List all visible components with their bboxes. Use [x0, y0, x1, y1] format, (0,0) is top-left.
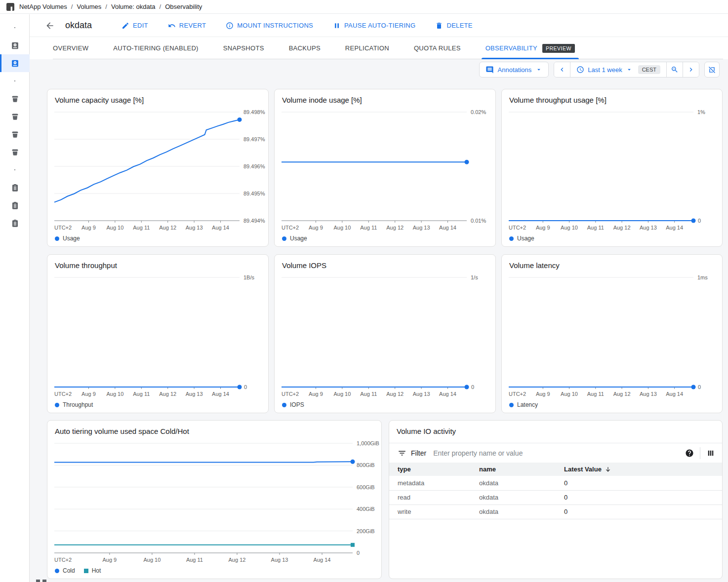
table-cell: okdata [471, 504, 556, 519]
pause-auto-tiering-button[interactable]: PAUSE AUTO-TIERING [333, 22, 415, 30]
svg-text:UTC+2: UTC+2 [54, 557, 72, 563]
svg-text:Aug 9: Aug 9 [536, 391, 550, 397]
breadcrumb-item[interactable]: Volume: okdata [111, 3, 156, 10]
table-cell: write [389, 504, 471, 519]
info-icon [226, 22, 234, 30]
svg-text:Aug 10: Aug 10 [333, 225, 351, 231]
svg-text:800GiB: 800GiB [357, 462, 375, 468]
sidebar-item-policy-3[interactable] [0, 214, 30, 232]
sidebar-item-vault-4[interactable] [0, 143, 30, 161]
chart-legend: Usage [282, 235, 307, 242]
tab-quota-rules[interactable]: QUOTA RULES [414, 37, 461, 59]
delete-icon [435, 22, 443, 30]
clipboard-icon [10, 219, 20, 228]
column-header-type[interactable]: type [389, 463, 471, 476]
chart-plot[interactable]: 1/sAug 9Aug 10Aug 11Aug 12Aug 13Aug 14UT… [275, 255, 495, 413]
tab-auto-tiering[interactable]: AUTO-TIERING (ENABLED) [113, 37, 199, 59]
chart-volume-iops: Volume IOPS 1/sAug 9Aug 10Aug 11Aug 12Au… [274, 254, 496, 413]
revert-button[interactable]: REVERT [168, 22, 206, 30]
action-label: REVERT [179, 22, 206, 29]
tab-overview[interactable]: OVERVIEW [53, 37, 88, 59]
auto-refresh-off-button[interactable] [704, 62, 720, 78]
chart-plot[interactable]: 1B/sAug 9Aug 10Aug 11Aug 12Aug 13Aug 14U… [47, 255, 268, 413]
breadcrumb-item[interactable]: Volumes [77, 3, 101, 10]
time-forward-button[interactable] [683, 62, 699, 77]
svg-text:Aug 14: Aug 14 [666, 225, 683, 231]
svg-text:1B/s: 1B/s [243, 274, 255, 280]
tab-backups[interactable]: BACKUPS [289, 37, 321, 59]
legend-label: Usage [63, 235, 80, 242]
io-filter-actions [685, 447, 715, 459]
column-header-latest-value[interactable]: Latest Value [556, 463, 722, 476]
table-cell: metadata [389, 476, 471, 490]
tab-bar: OVERVIEWAUTO-TIERING (ENABLED)SNAPSHOTSB… [30, 37, 728, 59]
svg-text:Aug 13: Aug 13 [413, 225, 430, 231]
tab-label: AUTO-TIERING (ENABLED) [113, 44, 199, 52]
tab-observability[interactable]: OBSERVABILITYPREVIEW [485, 37, 575, 59]
tab-label: REPLICATION [345, 44, 389, 52]
sidebar-item-policy-1[interactable] [0, 179, 30, 196]
chart-legend: Latency [509, 401, 538, 408]
breadcrumb-item: Observability [165, 3, 202, 10]
chart-volume-capacity-usage: Volume capacity usage [%] 89.498%89.497%… [47, 89, 269, 247]
tab-replication[interactable]: REPLICATION [345, 37, 389, 59]
svg-text:Aug 10: Aug 10 [561, 391, 578, 397]
chart-legend: Usage [55, 235, 80, 242]
dot-icon [13, 168, 17, 172]
chart-plot[interactable]: 1msAug 9Aug 10Aug 11Aug 12Aug 13Aug 14UT… [502, 255, 722, 413]
breadcrumb-item[interactable]: NetApp Volumes [19, 3, 67, 10]
annotations-button[interactable]: Annotations [479, 62, 549, 78]
chart-plot[interactable]: 89.498%89.497%89.496%89.495%89.494%Aug 9… [47, 89, 268, 246]
legend-item[interactable]: IOPS [282, 401, 304, 408]
back-button[interactable] [43, 19, 56, 32]
sidebar-section-dot-1 [0, 19, 30, 37]
sidebar-item-volumes-active[interactable] [0, 54, 30, 72]
edit-button[interactable]: EDIT [121, 22, 148, 30]
clipped-icon [36, 580, 46, 582]
chart-auto-tiering-cold-hot: Auto tiering volume used space Cold/Hot … [47, 420, 382, 579]
legend-item[interactable]: Hot [84, 567, 101, 574]
bucket-icon [10, 130, 20, 139]
column-options-icon[interactable] [706, 449, 715, 458]
volume-io-activity-panel: Volume IO activity Filter typenameLatest… [389, 420, 723, 579]
clipboard-icon [10, 201, 20, 210]
legend-item[interactable]: Usage [509, 235, 534, 242]
chart-plot[interactable]: 0.02%0.01%Aug 9Aug 10Aug 11Aug 12Aug 13A… [275, 89, 495, 246]
svg-text:0.01%: 0.01% [471, 218, 486, 224]
chart-volume-throughput-usage: Volume throughput usage [%] 1%Aug 9Aug 1… [501, 89, 723, 247]
table-row[interactable]: metadataokdata0 [389, 476, 722, 490]
filter-input[interactable] [433, 449, 685, 457]
svg-text:400GiB: 400GiB [357, 506, 375, 512]
svg-text:Aug 11: Aug 11 [133, 391, 150, 397]
sidebar-item-vault-2[interactable] [0, 108, 30, 125]
legend-item[interactable]: Cold [55, 567, 75, 574]
mount-instructions-button[interactable]: MOUNT INSTRUCTIONS [226, 22, 313, 30]
chart-plot[interactable]: 1,000GiB800GiB600GiB400GiB200GiB0Aug 9Au… [47, 421, 381, 579]
legend-item[interactable]: Usage [55, 235, 80, 242]
sidebar-item-volumes-1[interactable] [0, 37, 30, 54]
edit-icon [121, 22, 129, 30]
legend-item[interactable]: Usage [282, 235, 307, 242]
svg-text:1,000GiB: 1,000GiB [357, 440, 379, 446]
svg-text:Aug 12: Aug 12 [159, 225, 176, 231]
breadcrumb-separator: / [105, 3, 107, 10]
table-row[interactable]: writeokdata0 [389, 504, 722, 519]
table-cell: 0 [556, 490, 722, 504]
svg-text:UTC+2: UTC+2 [509, 391, 526, 397]
delete-button[interactable]: DELETE [435, 22, 472, 30]
table-row[interactable]: readokdata0 [389, 490, 722, 504]
time-back-button[interactable] [554, 62, 570, 77]
sidebar-item-policy-2[interactable] [0, 196, 30, 214]
sidebar-item-vault-3[interactable] [0, 125, 30, 143]
svg-text:89.498%: 89.498% [243, 109, 265, 115]
help-icon[interactable] [685, 449, 694, 458]
tab-snapshots[interactable]: SNAPSHOTS [223, 37, 264, 59]
legend-item[interactable]: Throughput [55, 401, 93, 408]
column-header-name[interactable]: name [471, 463, 556, 476]
svg-text:89.494%: 89.494% [243, 218, 265, 224]
time-range-button[interactable]: Last 1 week CEST [570, 62, 666, 77]
sidebar-item-vault-1[interactable] [0, 90, 30, 108]
chart-plot[interactable]: 1%Aug 9Aug 10Aug 11Aug 12Aug 13Aug 14UTC… [502, 89, 722, 246]
zoom-out-button[interactable] [666, 62, 683, 77]
legend-item[interactable]: Latency [509, 401, 538, 408]
